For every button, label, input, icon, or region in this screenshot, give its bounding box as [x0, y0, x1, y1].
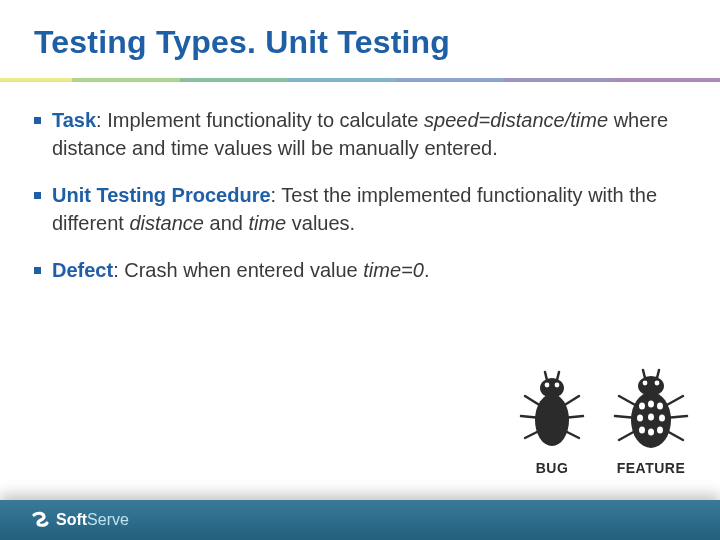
bullet-defect: Defect: Crash when entered value time=0.: [34, 256, 672, 284]
brand-mark-icon: [28, 509, 50, 531]
slide-title: Testing Types. Unit Testing: [34, 24, 450, 61]
svg-point-31: [643, 381, 648, 386]
svg-point-22: [639, 402, 645, 409]
feature-icon: [611, 366, 691, 458]
brand-text-a: Soft: [56, 511, 87, 528]
svg-point-28: [639, 426, 645, 433]
bullet-task: Task: Implement functionality to calcula…: [34, 106, 672, 163]
svg-point-29: [648, 428, 654, 435]
svg-line-15: [665, 396, 683, 406]
content-area: Task: Implement functionality to calcula…: [34, 106, 672, 302]
svg-point-11: [555, 383, 560, 388]
svg-point-10: [545, 383, 550, 388]
svg-point-30: [657, 426, 663, 433]
svg-point-25: [637, 414, 643, 421]
bug-feature-figure: BUG: [508, 366, 698, 496]
bullet-ital: speed=distance/time: [424, 109, 608, 131]
bullet-text: values.: [286, 212, 355, 234]
feature-label: FEATURE: [617, 460, 686, 476]
svg-point-26: [648, 413, 654, 420]
bullet-text: : Crash when entered value: [113, 259, 363, 281]
bullet-text: .: [424, 259, 430, 281]
slide: Testing Types. Unit Testing Task: Implem…: [0, 0, 720, 540]
bug-icon: [515, 366, 589, 458]
bullet-lead: Defect: [52, 259, 113, 281]
svg-point-9: [535, 394, 569, 446]
svg-line-12: [619, 396, 637, 406]
brand-text-b: Serve: [87, 511, 129, 528]
bullet-text: and: [204, 212, 248, 234]
svg-point-24: [657, 402, 663, 409]
bug-column: BUG: [515, 366, 589, 476]
bullet-lead: Task: [52, 109, 96, 131]
color-divider: [0, 78, 720, 82]
bullet-ital: time: [248, 212, 286, 234]
bullet-procedure: Unit Testing Procedure: Test the impleme…: [34, 181, 672, 238]
svg-point-23: [648, 400, 654, 407]
footer-bar: SoftServe: [0, 500, 720, 540]
bullet-ital: distance: [129, 212, 204, 234]
bullet-text: : Implement functionality to calculate: [96, 109, 424, 131]
svg-point-27: [659, 414, 665, 421]
feature-column: FEATURE: [611, 366, 691, 476]
bug-label: BUG: [536, 460, 569, 476]
brand-logo: SoftServe: [28, 509, 129, 531]
svg-point-32: [655, 381, 660, 386]
bullet-ital: time=0: [363, 259, 424, 281]
bullet-lead: Unit Testing Procedure: [52, 184, 271, 206]
